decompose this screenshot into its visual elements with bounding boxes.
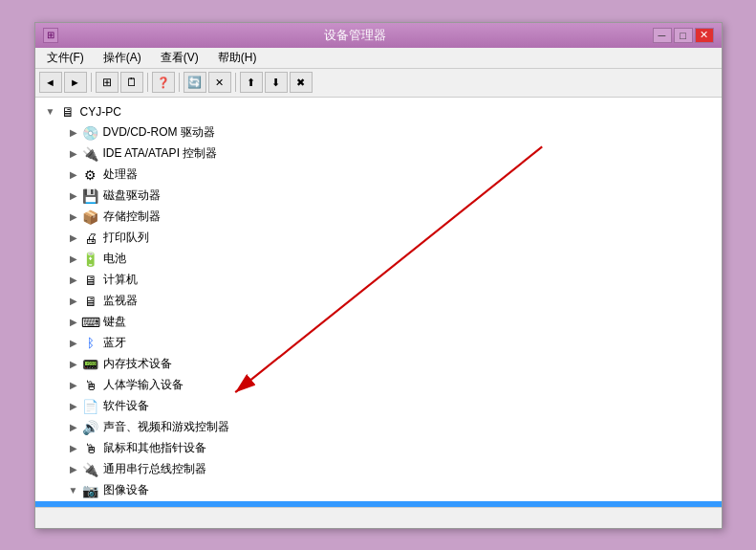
battery-icon: 🔋 (81, 252, 100, 267)
item-label: 键盘 (103, 314, 126, 330)
list-item[interactable]: ▶ 🖱 人体学输入设备 (35, 375, 722, 396)
expand-icon[interactable]: ▶ (66, 336, 81, 351)
item-label: 图像设备 (103, 482, 149, 498)
menu-action[interactable]: 操作(A) (96, 48, 149, 68)
expand-icon[interactable]: ▶ (66, 231, 81, 246)
item-label: 监视器 (103, 293, 138, 309)
tree-root[interactable]: ▼ 🖥 CYJ-PC (35, 101, 722, 122)
list-item[interactable]: ▶ 🔋 电池 (35, 249, 722, 270)
scan-button[interactable]: 🔄 (184, 72, 206, 93)
list-item[interactable]: ▶ 🖨 打印队列 (35, 228, 722, 249)
expand-icon[interactable]: ▶ (66, 462, 81, 477)
expand-icon[interactable]: ▶ (66, 167, 81, 183)
expand-icon[interactable]: ▶ (66, 315, 81, 330)
expand-icon[interactable]: ▶ (66, 252, 81, 267)
ide-icon: 🔌 (81, 146, 100, 162)
mouse-icon: 🖱 (81, 441, 100, 456)
expand-icon[interactable]: ▶ (66, 209, 81, 225)
integrated-camera-item[interactable]: 📷 Integrated Camera (35, 501, 722, 507)
expand-icon[interactable]: ▶ (66, 188, 81, 204)
expand-icon[interactable]: ▼ (43, 104, 58, 120)
hid-icon: 🖱 (81, 378, 100, 393)
list-item[interactable]: ▶ ⚙ 处理器 (35, 165, 722, 186)
monitor-icon: 🖥 (81, 294, 100, 309)
item-label: 处理器 (103, 166, 138, 183)
bluetooth-icon: ᛒ (81, 336, 100, 351)
menu-file[interactable]: 文件(F) (39, 48, 92, 68)
expand-spacer (89, 504, 104, 507)
status-bar (35, 507, 722, 528)
disk-icon: 💾 (81, 188, 100, 204)
item-label: 磁盘驱动器 (103, 187, 161, 204)
expand-icon[interactable]: ▶ (66, 441, 81, 456)
window-icon: ⊞ (43, 28, 58, 43)
toolbar-btn2[interactable]: 🗒 (120, 72, 143, 93)
window-controls: ─ □ ✕ (653, 28, 714, 43)
title-bar: ⊞ 设备管理器 ─ □ ✕ (35, 23, 722, 48)
expand-icon[interactable]: ▶ (66, 399, 81, 414)
list-item[interactable]: ▶ 🖥 监视器 (35, 291, 722, 312)
expand-icon[interactable]: ▶ (66, 294, 81, 309)
cpu-icon: ⚙ (81, 167, 100, 183)
list-item[interactable]: ▶ ᛒ 蓝牙 (35, 333, 722, 354)
item-label: 打印队列 (103, 230, 149, 246)
list-item[interactable]: ▶ 🔌 IDE ATA/ATAPI 控制器 (35, 143, 722, 165)
maximize-button[interactable]: □ (674, 28, 693, 43)
expand-icon[interactable]: ▶ (66, 125, 81, 141)
list-item[interactable]: ▶ ⌨ 键盘 (35, 312, 722, 333)
toolbar-sep-4 (235, 73, 236, 92)
expand-icon[interactable]: ▶ (66, 420, 81, 435)
uninstall-button[interactable]: ✖ (290, 72, 313, 93)
list-item[interactable]: ▶ 🖥 计算机 (35, 270, 722, 291)
device-manager-window: ⊞ 设备管理器 ─ □ ✕ 文件(F) 操作(A) 查看(V) 帮助(H) ◄ … (34, 22, 723, 529)
list-item[interactable]: ▶ 📦 存储控制器 (35, 207, 722, 228)
forward-button[interactable]: ► (64, 72, 87, 93)
back-button[interactable]: ◄ (39, 72, 62, 93)
expand-icon[interactable]: ▶ (66, 357, 81, 372)
computer-icon: 🖥 (81, 273, 100, 288)
item-label: 声音、视频和游戏控制器 (103, 419, 229, 435)
list-item[interactable]: ▶ 💾 磁盘驱动器 (35, 186, 722, 207)
list-item[interactable]: ▶ 📟 内存技术设备 (35, 354, 722, 375)
expand-icon[interactable]: ▶ (66, 378, 81, 393)
expand-icon[interactable]: ▶ (66, 273, 81, 288)
menu-view[interactable]: 查看(V) (153, 48, 206, 68)
list-item[interactable]: ▶ 🖱 鼠标和其他指针设备 (35, 438, 722, 459)
menu-help[interactable]: 帮助(H) (210, 48, 265, 68)
close-button[interactable]: ✕ (695, 28, 714, 43)
item-label: 计算机 (103, 272, 138, 288)
dvd-icon: 💿 (81, 125, 100, 141)
minimize-button[interactable]: ─ (653, 28, 672, 43)
item-label: 通用串行总线控制器 (103, 461, 206, 477)
list-item[interactable]: ▶ 💿 DVD/CD-ROM 驱动器 (35, 122, 722, 143)
update-driver-button[interactable]: ⬆ (240, 72, 263, 93)
menu-bar: 文件(F) 操作(A) 查看(V) 帮助(H) (35, 48, 722, 69)
device-tree[interactable]: ▼ 🖥 CYJ-PC ▶ 💿 DVD/CD-ROM 驱动器 ▶ 🔌 IDE AT… (35, 98, 722, 507)
help-button[interactable]: ❓ (152, 72, 175, 93)
toolbar-sep-1 (91, 73, 92, 92)
integrated-camera-label: Integrated Camera (126, 505, 222, 507)
properties-button[interactable]: ⊞ (96, 72, 119, 93)
item-label: 存储控制器 (103, 209, 161, 225)
item-label: 内存技术设备 (103, 356, 172, 372)
keyboard-icon: ⌨ (81, 315, 100, 330)
item-label: DVD/CD-ROM 驱动器 (103, 124, 215, 141)
disable-button[interactable]: ✕ (208, 72, 231, 93)
rollback-button[interactable]: ⬇ (265, 72, 288, 93)
item-label: 软件设备 (103, 398, 149, 414)
camera-icon: 📷 (104, 504, 123, 507)
item-label: IDE ATA/ATAPI 控制器 (103, 145, 218, 162)
expand-icon[interactable]: ▶ (66, 146, 81, 162)
imaging-device-parent[interactable]: ▼ 📷 图像设备 (35, 480, 722, 501)
printer-icon: 🖨 (81, 231, 100, 246)
item-label: 电池 (103, 251, 126, 267)
item-label: 蓝牙 (103, 335, 126, 351)
item-label: 鼠标和其他指针设备 (103, 440, 206, 456)
list-item[interactable]: ▶ 🔊 声音、视频和游戏控制器 (35, 417, 722, 438)
expand-icon[interactable]: ▼ (66, 483, 81, 498)
toolbar: ◄ ► ⊞ 🗒 ❓ 🔄 ✕ ⬆ ⬇ ✖ (35, 69, 722, 98)
root-label: CYJ-PC (80, 105, 121, 119)
list-item[interactable]: ▶ 🔌 通用串行总线控制器 (35, 459, 722, 480)
toolbar-sep-2 (147, 73, 148, 92)
list-item[interactable]: ▶ 📄 软件设备 (35, 396, 722, 417)
